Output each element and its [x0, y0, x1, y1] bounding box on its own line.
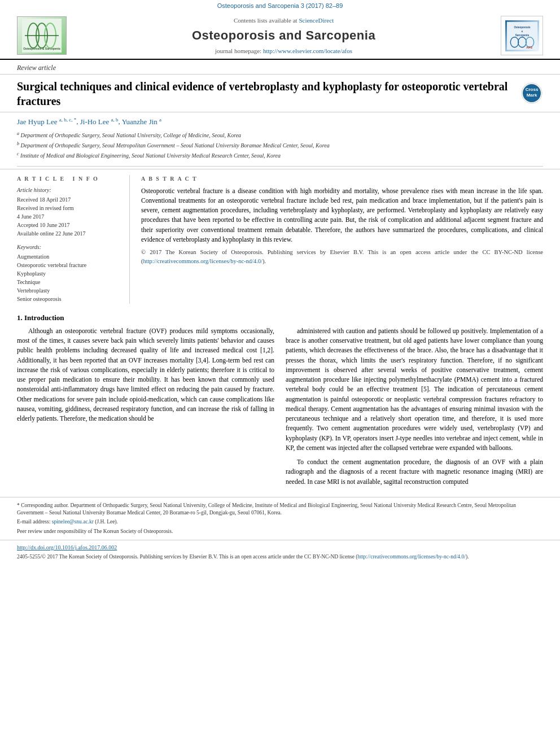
keyword-2: Osteoporotic vertebral fracture — [17, 261, 118, 269]
doi-link[interactable]: http://dx.doi.org/10.1016/j.afos.2017.06… — [17, 544, 117, 551]
svg-text:Osteoporosis: Osteoporosis — [514, 25, 531, 28]
copyright-line: © 2017 The Korean Society of Osteoporosi… — [141, 248, 543, 266]
abstract-label: A B S T R A C T — [141, 175, 543, 183]
keywords-label: Keywords: — [17, 243, 118, 251]
authors-section: Jae Hyup Lee a, b, c, *, Ji-Ho Lee a, b,… — [0, 112, 560, 164]
svg-text:AFS: AFS — [526, 45, 532, 49]
article-title: Surgical techniques and clinical evidenc… — [17, 79, 520, 108]
author-3: Yuanzhe Jin a — [122, 117, 161, 126]
corresponding-author-note: * Corresponding author. Department of Or… — [17, 502, 543, 517]
abstract-text: Osteoporotic vertebral fracture is a dis… — [141, 186, 543, 266]
contents-line: Contents lists available at ScienceDirec… — [78, 16, 489, 25]
article-type: Review article — [0, 60, 560, 75]
svg-text:Mark: Mark — [527, 93, 537, 98]
available-online: Available online 22 June 2017 — [17, 230, 118, 238]
article-history: Article history: Received 18 April 2017 … — [17, 186, 118, 238]
abstract-col: A B S T R A C T Osteoporotic vertebral f… — [130, 175, 543, 304]
revised-date: 4 June 2017 — [17, 213, 118, 221]
left-logo: Osteoporosis & Sarcopenia — [17, 16, 67, 55]
history-label: Article history: — [17, 186, 118, 194]
license-link[interactable]: http://creativecommons.org/licenses/by-n… — [143, 258, 263, 264]
bottom-license-link[interactable]: http://creativecommons.org/licenses/by-n… — [358, 554, 466, 560]
footnote-section: * Corresponding author. Department of Or… — [0, 497, 560, 535]
sciencedirect-link[interactable]: ScienceDirect — [299, 17, 334, 24]
peer-review-note: Peer review under responsibility of The … — [17, 528, 543, 535]
keyword-3: Kyphoplasty — [17, 270, 118, 278]
intro-left-col: Although an osteoporotic vertebral fract… — [17, 326, 274, 491]
keywords-section: Keywords: Augmentation Osteoporotic vert… — [17, 243, 118, 303]
journal-title: Osteoporosis and Sarcopenia — [78, 27, 489, 45]
accepted-date: Accepted 10 June 2017 — [17, 221, 118, 229]
bottom-license: 2405-5255/© 2017 The Korean Society of O… — [17, 553, 543, 561]
article-title-section: Surgical techniques and clinical evidenc… — [0, 75, 560, 112]
doi-line: http://dx.doi.org/10.1016/j.afos.2017.06… — [17, 544, 543, 552]
right-logo: Osteoporosis & Sarcopenia AFS — [501, 16, 543, 55]
author-2: Ji-Ho Lee a, b — [80, 117, 119, 126]
intro-right-col: administered with caution and patients s… — [286, 326, 543, 491]
affiliation-a: a Department of Orthopedic Surgery, Seou… — [17, 130, 543, 139]
affiliation-c: c Institute of Medical and Biological En… — [17, 151, 543, 160]
main-content: A R T I C L E I N F O Article history: R… — [0, 169, 560, 304]
journal-header: Osteoporosis & Sarcopenia Contents lists… — [0, 11, 560, 60]
bottom-bar: http://dx.doi.org/10.1016/j.afos.2017.06… — [0, 540, 560, 564]
intro-right-text: administered with caution and patients s… — [286, 326, 543, 487]
svg-text:Sarcopenia: Sarcopenia — [515, 34, 529, 37]
article-info-label: A R T I C L E I N F O — [17, 175, 118, 183]
intro-left-text: Although an osteoporotic vertebral fract… — [17, 326, 274, 424]
email-note: E-mail address: spinelee@snu.ac.kr (J.H.… — [17, 518, 543, 526]
top-bar: Osteoporosis and Sarcopenia 3 (2017) 82–… — [0, 0, 560, 11]
crossmark-icon: Cross Mark — [520, 82, 543, 104]
journal-center-info: Contents lists available at ScienceDirec… — [67, 16, 501, 56]
intro-heading: 1. Introduction — [17, 313, 543, 323]
keyword-1: Augmentation — [17, 253, 118, 261]
received-date: Received 18 April 2017 — [17, 196, 118, 204]
affiliation-b: b Department of Orthopedic Surgery, Seou… — [17, 141, 543, 150]
svg-text:&: & — [521, 30, 523, 33]
keyword-5: Vertebroplasty — [17, 287, 118, 295]
intro-two-column: Although an osteoporotic vertebral fract… — [17, 326, 543, 491]
received-revised-label: Received in revised form — [17, 204, 118, 212]
keyword-4: Technique — [17, 278, 118, 286]
article-info-col: A R T I C L E I N F O Article history: R… — [17, 175, 130, 304]
svg-text:Osteoporosis & Sarcopenia: Osteoporosis & Sarcopenia — [23, 47, 60, 50]
homepage-line: journal homepage: http://www.elsevier.co… — [78, 47, 489, 55]
svg-text:Cross: Cross — [526, 87, 539, 92]
email-link[interactable]: spinelee@snu.ac.kr — [52, 519, 94, 525]
authors-line: Jae Hyup Lee a, b, c, *, Ji-Ho Lee a, b,… — [17, 116, 543, 127]
journal-volume-info: Osteoporosis and Sarcopenia 3 (2017) 82–… — [217, 2, 343, 9]
body-section: 1. Introduction Although an osteoporotic… — [0, 304, 560, 491]
author-1: Jae Hyup Lee a, b, c, * — [17, 117, 76, 126]
homepage-link[interactable]: http://www.elsevier.com/locate/afos — [263, 47, 352, 54]
keyword-6: Senior osteoporosis — [17, 295, 118, 303]
